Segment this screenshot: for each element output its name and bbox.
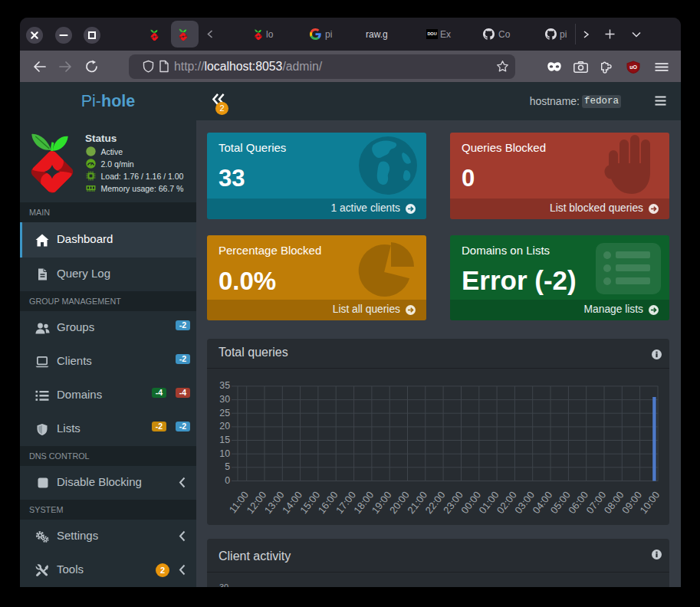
svg-text:20: 20: [219, 421, 230, 431]
svg-text:15: 15: [219, 435, 230, 445]
svg-text:25: 25: [219, 408, 230, 418]
svg-text:uO: uO: [629, 64, 637, 70]
svg-text:30: 30: [219, 394, 230, 405]
svg-text:5: 5: [225, 461, 230, 472]
svg-text:0: 0: [225, 475, 230, 486]
svg-text:10: 10: [219, 448, 230, 459]
svg-text:10:00: 10:00: [638, 489, 662, 516]
svg-text:35: 35: [219, 380, 230, 391]
